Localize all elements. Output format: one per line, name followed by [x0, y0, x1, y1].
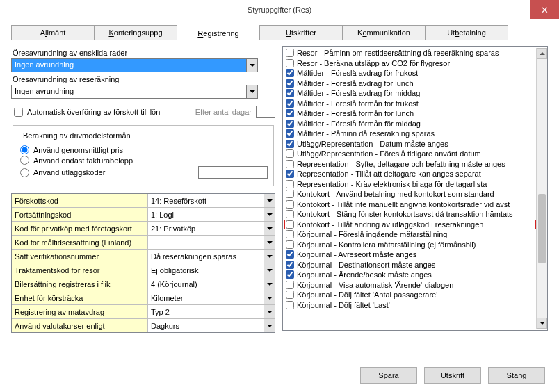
input-utlaggskoder[interactable]	[198, 166, 268, 179]
grid-row: Fortsättningskod 1: Logi	[12, 208, 275, 222]
grid-value[interactable]: Dagkurs	[148, 319, 264, 332]
radio-utlaggskoder[interactable]	[20, 168, 29, 177]
check-item[interactable]: Körjournal - Ärende/besök måste anges	[284, 270, 536, 280]
grid-value[interactable]: 1: Logi	[148, 208, 264, 221]
checkbox[interactable]	[286, 220, 294, 229]
grid-value[interactable]: Typ 2	[148, 305, 264, 318]
checkbox[interactable]	[286, 261, 294, 269]
check-item[interactable]: Körjournal - Avreseort måste anges	[284, 250, 536, 260]
check-item[interactable]: Utlägg/Representation - Datum måste ange…	[284, 139, 536, 149]
combo-oresavrundning-rader[interactable]: Ingen avrundning	[11, 58, 258, 72]
tab[interactable]: Konteringsuppg	[94, 25, 177, 40]
checkbox[interactable]	[286, 89, 294, 97]
chevron-down-icon[interactable]	[264, 222, 275, 235]
chevron-down-icon[interactable]	[246, 85, 257, 98]
chevron-down-icon[interactable]	[264, 277, 275, 291]
checkbox[interactable]	[286, 129, 294, 138]
check-item[interactable]: Måltider - Påminn då reseräkning sparas	[284, 129, 536, 139]
checkbox[interactable]	[286, 200, 294, 209]
grid-value[interactable]: 14: Reseförskott	[148, 194, 264, 207]
checkbox[interactable]	[286, 109, 294, 117]
grid-value[interactable]: Ej obligatorisk	[148, 263, 264, 277]
chevron-down-icon[interactable]	[264, 250, 275, 263]
check-item[interactable]: Måltider - Föreslå avdrag för frukost	[284, 68, 536, 79]
grid-value[interactable]	[148, 236, 264, 249]
scroll-up-icon[interactable]	[537, 48, 547, 59]
check-item[interactable]: Körjournal - Destinationsort måste anges	[284, 260, 536, 270]
print-button[interactable]: Utskrift	[424, 367, 481, 384]
checkbox[interactable]	[286, 301, 294, 309]
checkbox[interactable]	[286, 160, 294, 168]
checkbox[interactable]	[286, 140, 294, 148]
combo-oresavrundning-reserakning[interactable]: Ingen avrundning	[11, 85, 258, 99]
scrollbar[interactable]	[536, 48, 547, 329]
tab[interactable]: Allmänt	[11, 25, 95, 40]
checkbox[interactable]	[286, 120, 294, 128]
check-item[interactable]: Kontokort - Stäng fönster kontokortsavst…	[284, 209, 536, 220]
grid-value[interactable]: Då reseräkningen sparas	[148, 250, 264, 263]
check-item[interactable]: Måltider - Föreslå förmån för frukost	[284, 99, 536, 109]
grid-value[interactable]: Kilometer	[148, 291, 264, 304]
check-item[interactable]: Kontokort - Tillåt inte manuellt angivna…	[284, 199, 536, 210]
checkbox[interactable]	[286, 240, 294, 249]
checkbox[interactable]	[286, 69, 294, 77]
save-button[interactable]: Spara	[360, 367, 417, 384]
checkbox[interactable]	[286, 190, 294, 198]
radio-fakturabelopp[interactable]	[20, 156, 29, 165]
options-panel: Resor - Påminn om restidsersättning då r…	[282, 46, 548, 331]
checkbox[interactable]	[286, 59, 294, 67]
scroll-thumb[interactable]	[538, 194, 546, 263]
grid-value[interactable]: 21: Privatköp	[148, 222, 264, 235]
check-item[interactable]: Representation - Syfte, deltagare och be…	[284, 159, 536, 170]
check-item[interactable]: Körjournal - Visa automatisk 'Ärende'-di…	[284, 280, 536, 291]
tab[interactable]: Registrering	[177, 26, 260, 40]
tab[interactable]: Kommunikation	[342, 25, 426, 40]
close-button[interactable]: Stäng	[488, 367, 545, 384]
checkbox[interactable]	[286, 250, 294, 259]
check-item[interactable]: Kontokort - Använd betalning med kontoko…	[284, 189, 536, 199]
checkbox[interactable]	[286, 270, 294, 279]
check-item[interactable]: Måltider - Föreslå förmån för middag	[284, 119, 536, 129]
checkbox-auto-forskott[interactable]	[14, 108, 23, 117]
checkbox[interactable]	[286, 180, 294, 188]
check-item[interactable]: Körjournal - Föreslå ingående mätarställ…	[284, 229, 536, 240]
checkbox[interactable]	[286, 210, 294, 218]
tab[interactable]: Utbetalning	[425, 25, 508, 40]
check-item[interactable]: Måltider - Föreslå avdrag för middag	[284, 88, 536, 99]
scroll-down-icon[interactable]	[537, 318, 547, 329]
input-efter-antal-dagar[interactable]	[256, 106, 275, 118]
chevron-down-icon[interactable]	[264, 291, 275, 304]
check-item[interactable]: Utlägg/Representation - Föreslå tidigare…	[284, 149, 536, 159]
check-item[interactable]: Kontokort - Tillåt ändring av utläggskod…	[284, 220, 536, 230]
chevron-down-icon[interactable]	[264, 236, 275, 249]
check-item[interactable]: Resor - Påminn om restidsersättning då r…	[284, 48, 536, 58]
tab-bar: AllmäntKonteringsuppgRegistreringUtskrif…	[11, 25, 548, 40]
chevron-down-icon[interactable]	[264, 319, 275, 332]
chevron-down-icon[interactable]	[264, 194, 275, 207]
check-item[interactable]: Representation - Tillåt att deltagare ka…	[284, 169, 536, 179]
tab[interactable]: Utskrifter	[259, 25, 343, 40]
checkbox[interactable]	[286, 49, 294, 57]
checkbox[interactable]	[286, 79, 294, 88]
close-icon[interactable]: ✕	[530, 0, 559, 19]
checkbox[interactable]	[286, 99, 294, 108]
check-item[interactable]: Måltider - Föreslå förmån för lunch	[284, 108, 536, 119]
chevron-down-icon[interactable]	[246, 59, 257, 72]
check-item[interactable]: Körjournal - Dölj fältet 'Last'	[284, 300, 536, 311]
grid-value[interactable]: 4 (Körjournal)	[148, 277, 264, 291]
chevron-down-icon[interactable]	[264, 263, 275, 277]
titlebar: Styruppgifter (Res) ✕	[0, 0, 559, 19]
checkbox[interactable]	[286, 291, 294, 299]
check-item[interactable]: Representation - Kräv elektronisk bilaga…	[284, 179, 536, 190]
checkbox[interactable]	[286, 149, 294, 158]
check-item[interactable]: Resor - Beräkna utsläpp av CO2 för flygr…	[284, 58, 536, 69]
checkbox[interactable]	[286, 230, 294, 238]
chevron-down-icon[interactable]	[264, 208, 275, 221]
radio-genomsnittligt-pris[interactable]	[20, 145, 29, 154]
check-item[interactable]: Körjournal - Kontrollera mätarställning …	[284, 240, 536, 250]
chevron-down-icon[interactable]	[264, 305, 275, 318]
check-item[interactable]: Måltider - Föreslå avdrag för lunch	[284, 79, 536, 89]
check-item[interactable]: Körjournal - Dölj fältet 'Antal passager…	[284, 290, 536, 300]
checkbox[interactable]	[286, 170, 294, 178]
checkbox[interactable]	[286, 281, 294, 289]
